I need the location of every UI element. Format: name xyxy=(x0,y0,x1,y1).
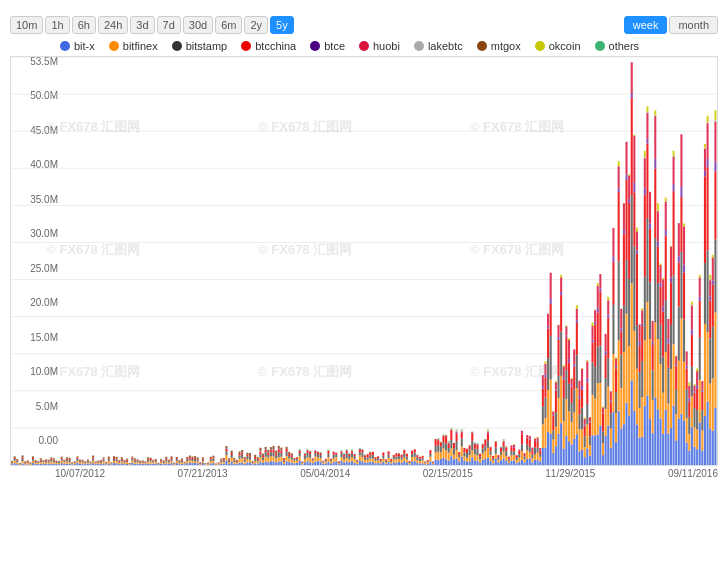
svg-rect-187 xyxy=(108,461,110,463)
svg-rect-476 xyxy=(265,449,267,450)
svg-rect-711 xyxy=(390,464,392,465)
time-btn-5y[interactable]: 5y xyxy=(270,16,294,34)
time-btn-7d[interactable]: 7d xyxy=(157,16,181,34)
svg-rect-319 xyxy=(181,464,183,465)
svg-rect-706 xyxy=(385,459,387,460)
svg-rect-158 xyxy=(92,458,94,460)
svg-rect-308 xyxy=(173,463,175,464)
svg-rect-541 xyxy=(299,456,301,461)
svg-rect-484 xyxy=(270,456,272,461)
svg-rect-826 xyxy=(453,443,455,449)
svg-rect-523 xyxy=(288,458,290,462)
svg-rect-1176 xyxy=(605,436,607,465)
wm-btn-week[interactable]: week xyxy=(624,16,668,34)
svg-rect-137 xyxy=(79,460,81,461)
svg-rect-1003 xyxy=(534,438,536,439)
svg-rect-1466 xyxy=(714,313,716,408)
svg-rect-755 xyxy=(416,455,418,457)
svg-rect-219 xyxy=(123,460,125,461)
svg-rect-89 xyxy=(53,460,55,462)
svg-rect-408 xyxy=(231,453,233,455)
time-btn-10m[interactable]: 10m xyxy=(10,16,43,34)
svg-rect-1103 xyxy=(576,434,578,465)
svg-rect-1277 xyxy=(644,188,646,194)
svg-rect-911 xyxy=(492,461,494,464)
time-btn-6h[interactable]: 6h xyxy=(72,16,96,34)
svg-rect-578 xyxy=(317,461,319,465)
svg-rect-434 xyxy=(244,459,246,460)
svg-rect-302 xyxy=(171,461,173,463)
svg-rect-106 xyxy=(63,464,65,465)
svg-rect-222 xyxy=(126,461,128,462)
svg-rect-787 xyxy=(437,445,439,452)
svg-rect-697 xyxy=(380,460,382,461)
svg-rect-1124 xyxy=(584,447,586,457)
svg-rect-1086 xyxy=(568,363,570,384)
svg-rect-493 xyxy=(272,449,274,450)
svg-rect-763 xyxy=(422,458,424,460)
svg-rect-189 xyxy=(108,458,110,459)
svg-rect-1428 xyxy=(701,450,703,465)
svg-rect-1401 xyxy=(691,367,693,397)
svg-rect-345 xyxy=(194,459,196,461)
svg-rect-591 xyxy=(322,461,324,462)
svg-rect-1197 xyxy=(612,305,614,354)
time-btn-6m[interactable]: 6m xyxy=(215,16,242,34)
svg-rect-744 xyxy=(411,461,413,465)
svg-rect-1013 xyxy=(539,454,541,457)
svg-rect-328 xyxy=(186,463,188,465)
svg-rect-672 xyxy=(364,455,366,457)
svg-rect-624 xyxy=(340,450,342,451)
svg-rect-1022 xyxy=(542,375,544,386)
svg-rect-396 xyxy=(225,451,227,455)
time-btn-3d[interactable]: 3d xyxy=(130,16,154,34)
svg-rect-998 xyxy=(534,460,536,465)
svg-rect-572 xyxy=(312,458,314,459)
svg-rect-1276 xyxy=(644,195,646,277)
svg-rect-385 xyxy=(220,462,222,463)
svg-rect-184 xyxy=(105,462,107,463)
svg-rect-336 xyxy=(189,457,191,458)
svg-rect-845 xyxy=(461,431,463,432)
svg-rect-1292 xyxy=(649,229,651,282)
svg-rect-920 xyxy=(497,460,499,462)
svg-rect-1240 xyxy=(631,380,633,465)
time-btn-30d[interactable]: 30d xyxy=(183,16,213,34)
svg-rect-65 xyxy=(40,459,42,460)
svg-rect-924 xyxy=(500,455,502,460)
svg-rect-674 xyxy=(367,462,369,465)
svg-rect-1190 xyxy=(610,428,612,447)
svg-rect-705 xyxy=(385,461,387,463)
svg-rect-642 xyxy=(351,461,353,465)
time-btn-24h[interactable]: 24h xyxy=(98,16,128,34)
svg-rect-86 xyxy=(50,457,52,458)
svg-rect-690 xyxy=(374,457,376,459)
svg-rect-857 xyxy=(469,455,471,461)
svg-rect-885 xyxy=(482,460,484,465)
svg-rect-602 xyxy=(330,463,332,465)
svg-rect-1151 xyxy=(594,398,596,435)
time-btn-1h[interactable]: 1h xyxy=(45,16,69,34)
svg-rect-513 xyxy=(283,462,285,464)
svg-rect-1456 xyxy=(709,279,711,280)
svg-rect-936 xyxy=(503,439,505,440)
svg-rect-1464 xyxy=(712,255,714,258)
svg-rect-1182 xyxy=(607,425,609,465)
svg-rect-504 xyxy=(278,449,280,450)
svg-rect-1146 xyxy=(591,342,593,362)
svg-rect-717 xyxy=(393,457,395,459)
svg-rect-1286 xyxy=(646,113,648,139)
svg-rect-196 xyxy=(113,461,115,463)
svg-rect-629 xyxy=(343,454,345,455)
svg-rect-1468 xyxy=(714,171,716,239)
legend-row: bit-xbitfinexbitstampbtcchinabtcehuobila… xyxy=(0,38,728,56)
time-btn-2y[interactable]: 2y xyxy=(244,16,268,34)
wm-btn-month[interactable]: month xyxy=(669,16,718,34)
svg-rect-1308 xyxy=(654,110,656,115)
svg-rect-917 xyxy=(495,442,497,448)
svg-rect-1224 xyxy=(623,234,625,305)
svg-rect-556 xyxy=(306,461,308,465)
svg-rect-1107 xyxy=(576,320,578,323)
svg-rect-1024 xyxy=(544,418,546,447)
svg-rect-1455 xyxy=(709,280,711,296)
